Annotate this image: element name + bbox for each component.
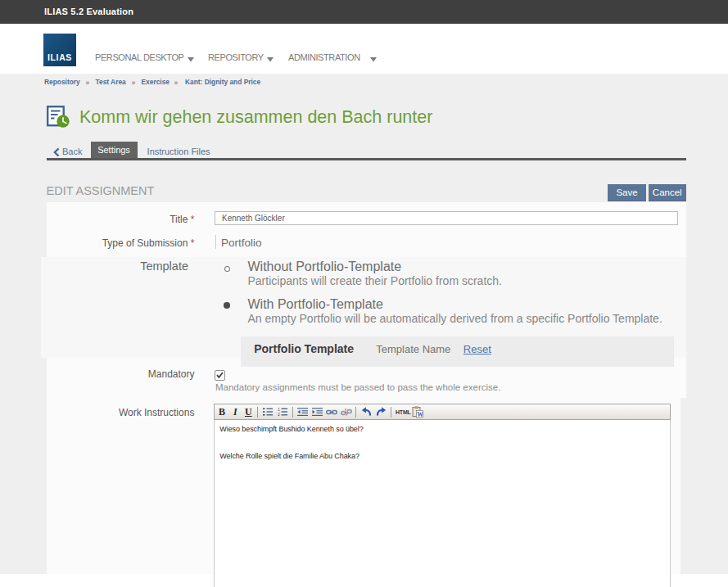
svg-text:2: 2 — [278, 412, 280, 416]
svg-text:W: W — [417, 410, 423, 418]
